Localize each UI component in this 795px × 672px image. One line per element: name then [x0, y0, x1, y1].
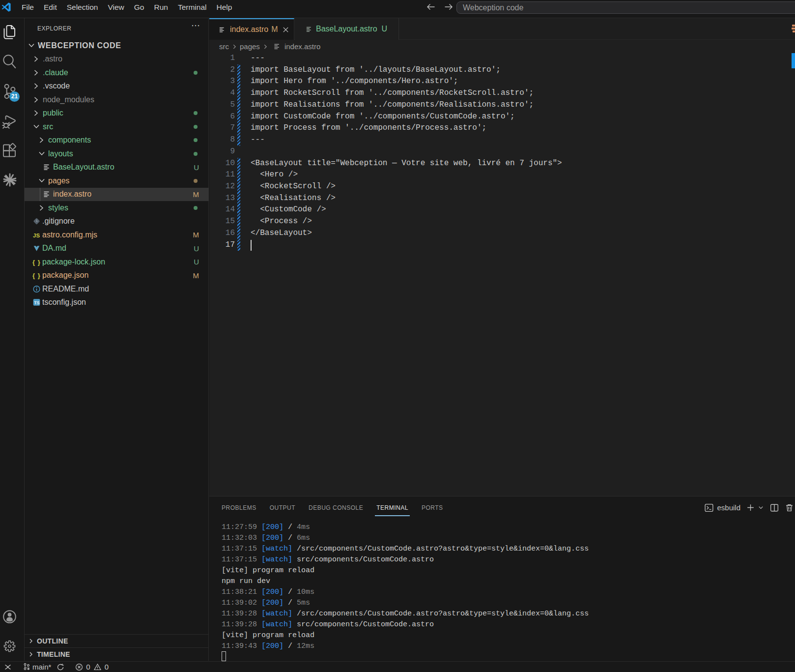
svg-text:TS: TS: [34, 300, 40, 305]
svg-text:{ }: { }: [32, 259, 41, 266]
svg-text:JS: JS: [33, 233, 40, 238]
svg-text:{ }: { }: [32, 272, 41, 279]
